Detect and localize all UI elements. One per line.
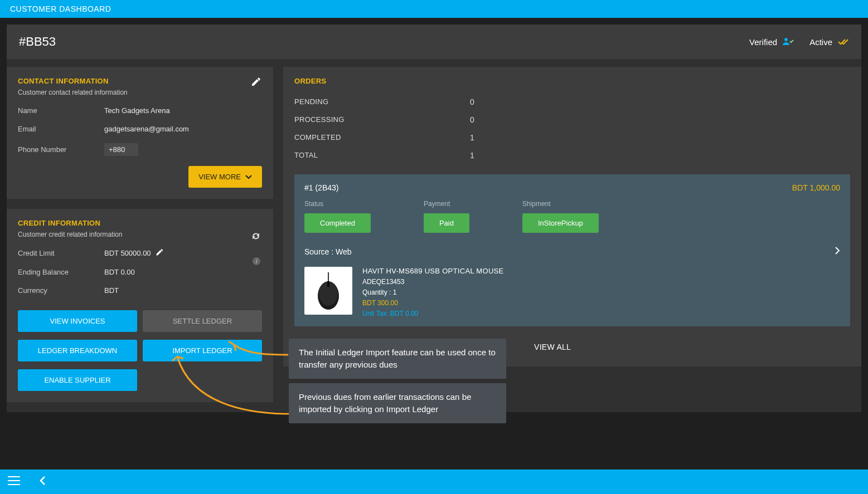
view-more-label: VIEW MORE (198, 173, 241, 181)
ledger-breakdown-button[interactable]: LEDGER BREAKDOWN (18, 340, 137, 361)
enable-supplier-button[interactable]: ENABLE SUPPLIER (18, 369, 137, 391)
view-more-button[interactable]: VIEW MORE (188, 166, 262, 188)
name-label: Name (18, 106, 104, 115)
order-item-card: #1 (2B43) BDT 1,000.00 Status Completed … (294, 174, 850, 326)
total-label: TOTAL (294, 151, 470, 160)
contact-title: CONTACT INFORMATION (18, 77, 262, 85)
shipment-pill: InStorePickup (522, 213, 599, 233)
menu-icon[interactable] (8, 476, 20, 488)
view-invoices-button[interactable]: VIEW INVOICES (18, 310, 137, 332)
processing-label: PROCESSING (294, 115, 470, 124)
status-pill: Completed (304, 213, 371, 233)
status-label: Status (304, 200, 371, 208)
product-row: HAVIT HV-MS689 USB OPTICAL MOUSE ADEQE13… (304, 267, 840, 317)
email-label: Email (18, 125, 104, 133)
currency-label: Currency (18, 286, 104, 295)
ending-balance-value: BDT 0.00 (104, 268, 135, 276)
double-check-icon (838, 38, 849, 46)
orders-card: ORDERS PENDING 0 PROCESSING 0 COMPLETED … (283, 67, 861, 366)
pending-value: 0 (470, 97, 474, 106)
product-price: BDT 300.00 (362, 299, 504, 307)
edit-credit-limit-icon[interactable] (156, 248, 163, 258)
credit-title: CREDIT INFORMATION (18, 219, 262, 227)
processing-value: 0 (470, 115, 474, 124)
shipment-label: Shipment (522, 200, 599, 208)
processing-stat: PROCESSING 0 (294, 111, 850, 129)
import-ledger-button[interactable]: IMPORT LEDGER (143, 340, 262, 361)
email-value: gadgetsarena@gmail.com (104, 125, 189, 133)
chevron-down-icon (245, 175, 252, 179)
order-number[interactable]: #1 (2B43) (304, 183, 338, 192)
bottom-bar (0, 469, 868, 494)
order-amount: BDT 1,000.00 (792, 183, 840, 192)
phone-value[interactable]: +880 (104, 143, 138, 156)
completed-value: 1 (470, 133, 474, 142)
ending-balance-label: Ending Balance (18, 268, 104, 276)
currency-value: BDT (104, 286, 119, 295)
credit-subtitle: Customer credit related information (18, 231, 262, 238)
status-badges: Verified Active (749, 37, 849, 47)
contact-subtitle: Customer contact related information (18, 89, 262, 96)
refresh-icon[interactable] (251, 231, 261, 243)
ending-balance-row: Ending Balance BDT 0.00 (18, 268, 262, 276)
svg-point-0 (784, 38, 788, 41)
credit-limit-row: Credit Limit BDT 50000.00 (18, 248, 262, 258)
product-name: HAVIT HV-MS689 USB OPTICAL MOUSE (362, 267, 504, 275)
customer-header: #BB53 Verified Active (7, 25, 861, 59)
edit-contact-icon[interactable] (251, 77, 261, 89)
credit-card: CREDIT INFORMATION Customer credit relat… (7, 209, 273, 402)
product-quantity: Quantity : 1 (362, 288, 504, 296)
annotation-tooltip-1: The Initial Ledger Import feature can be… (289, 339, 506, 379)
order-source: Source : Web (304, 247, 352, 256)
product-tax: Unit Tax: BDT 0.00 (362, 310, 504, 317)
payment-pill: Paid (424, 213, 469, 233)
pending-label: PENDING (294, 97, 470, 106)
top-bar: CUSTOMER DASHBOARD (0, 0, 868, 18)
settle-ledger-button: SETTLE LEDGER (143, 310, 262, 332)
annotation-tooltip-2: Previous dues from earlier transactions … (289, 383, 506, 423)
left-column: CONTACT INFORMATION Customer contact rel… (7, 67, 273, 402)
view-all-link[interactable]: VIEW ALL (534, 343, 571, 351)
customer-id: #BB53 (19, 35, 56, 49)
contact-phone-row: Phone Number +880 (18, 143, 262, 156)
credit-limit-value: BDT 50000.00 (104, 249, 151, 257)
user-check-icon (783, 37, 794, 46)
top-bar-title: CUSTOMER DASHBOARD (10, 4, 111, 13)
pending-stat: PENDING 0 (294, 93, 850, 111)
chevron-right-icon[interactable] (835, 246, 840, 257)
back-icon[interactable] (39, 476, 46, 488)
info-icon[interactable]: i (252, 257, 261, 268)
verified-badge: Verified (749, 37, 794, 47)
name-value: Tech Gadgets Arena (104, 106, 170, 115)
completed-label: COMPLETED (294, 133, 470, 142)
active-badge: Active (809, 37, 849, 47)
verified-label: Verified (749, 37, 777, 47)
product-sku: ADEQE13453 (362, 278, 504, 286)
completed-stat: COMPLETED 1 (294, 129, 850, 146)
product-image (304, 267, 352, 315)
currency-row: Currency BDT (18, 286, 262, 295)
credit-limit-label: Credit Limit (18, 249, 104, 257)
payment-label: Payment (424, 200, 469, 208)
contact-name-row: Name Tech Gadgets Arena (18, 106, 262, 115)
total-stat: TOTAL 1 (294, 146, 850, 164)
orders-title: ORDERS (294, 77, 850, 85)
contact-card: CONTACT INFORMATION Customer contact rel… (7, 67, 273, 199)
contact-email-row: Email gadgetsarena@gmail.com (18, 125, 262, 133)
phone-label: Phone Number (18, 145, 104, 154)
active-label: Active (809, 37, 832, 47)
svg-rect-5 (327, 281, 329, 287)
total-value: 1 (470, 151, 474, 160)
